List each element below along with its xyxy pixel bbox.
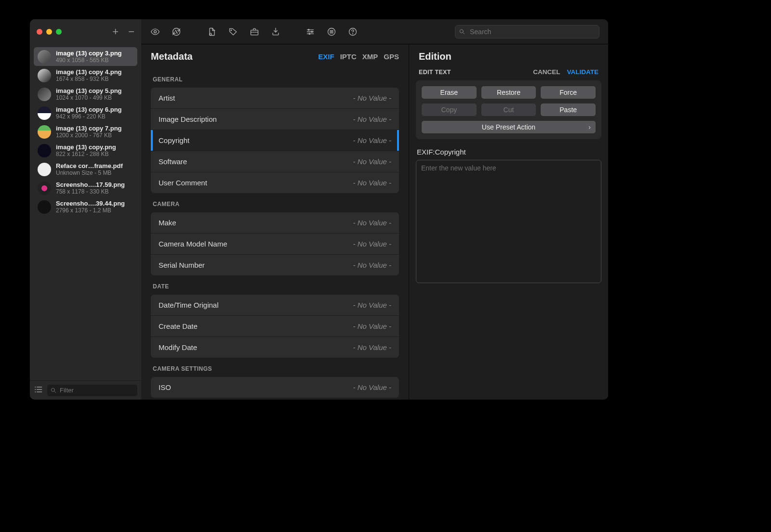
file-thumbnail <box>38 125 51 139</box>
row-value: - No Value - <box>353 383 391 391</box>
validate-button[interactable]: VALIDATE <box>567 68 599 76</box>
export-icon[interactable] <box>270 26 281 37</box>
list-view-icon[interactable] <box>34 385 43 396</box>
file-name: Reface cor…frame.pdf <box>56 162 123 169</box>
metadata-tabs: EXIF IPTC XMP GPS <box>318 52 399 61</box>
metadata-row-serial-number[interactable]: Serial Number- No Value - <box>151 255 399 275</box>
file-item[interactable]: Reface cor…frame.pdfUnknown Size - 5 MB <box>34 160 137 179</box>
metadata-row-camera-model[interactable]: Camera Model Name- No Value - <box>151 234 399 254</box>
file-item[interactable]: image (13) copy 5.png1024 x 1070 - 499 K… <box>34 85 137 104</box>
svg-rect-18 <box>251 30 258 35</box>
sidebar-footer <box>30 380 141 400</box>
restore-button[interactable]: Restore <box>481 86 536 99</box>
file-thumbnail <box>38 50 51 64</box>
filter-input[interactable] <box>47 385 137 396</box>
tab-xmp[interactable]: XMP <box>362 52 378 61</box>
force-button[interactable]: Force <box>541 86 596 99</box>
list-circle-icon[interactable] <box>326 26 337 37</box>
svg-point-5 <box>35 391 36 392</box>
metadata-row-user-comment[interactable]: User Comment- No Value - <box>151 172 399 193</box>
row-label: Artist <box>159 94 175 102</box>
file-dimensions: 942 x 996 - 220 KB <box>56 113 122 120</box>
tab-iptc[interactable]: IPTC <box>340 52 357 61</box>
help-icon[interactable] <box>347 26 358 37</box>
svg-point-3 <box>35 387 36 387</box>
row-value: - No Value - <box>353 157 391 166</box>
file-name: image (13) copy 3.png <box>56 50 122 57</box>
row-label: Make <box>159 219 176 227</box>
metadata-row-create-date[interactable]: Create Date- No Value - <box>151 316 399 337</box>
eye-icon[interactable] <box>150 26 160 37</box>
file-item[interactable]: image (13) copy 6.png942 x 996 - 220 KB <box>34 104 137 122</box>
search-icon <box>50 387 57 394</box>
row-label: Image Description <box>159 115 217 123</box>
file-item[interactable]: image (13) copy 4.png1674 x 858 - 932 KB <box>34 66 137 85</box>
remove-button[interactable]: − <box>128 26 134 37</box>
file-item[interactable]: Screensho….17.59.png758 x 1178 - 330 KB <box>34 179 137 197</box>
file-item[interactable]: image (13) copy 3.png 490 x 1058 - 565 K… <box>34 47 137 66</box>
file-name: Screensho….17.59.png <box>56 181 125 188</box>
file-dimensions: Unknown Size - 5 MB <box>56 169 123 176</box>
metadata-row-image-description[interactable]: Image Description- No Value - <box>151 109 399 130</box>
fullscreen-window-button[interactable] <box>56 29 62 35</box>
briefcase-icon[interactable] <box>249 26 260 37</box>
metadata-row-software[interactable]: Software- No Value - <box>151 151 399 172</box>
erase-button[interactable]: Erase <box>422 86 477 99</box>
file-item[interactable]: Screensho….39.44.png2796 x 1376 - 1,2 MB <box>34 197 137 216</box>
row-value: - No Value - <box>353 261 391 269</box>
filter-field <box>47 385 137 396</box>
row-label: Modify Date <box>159 343 197 351</box>
tab-gps[interactable]: GPS <box>384 52 399 61</box>
file-dimensions: 758 x 1178 - 330 KB <box>56 188 125 195</box>
metadata-row-modify-date[interactable]: Modify Date- No Value - <box>151 337 399 358</box>
main: Metadata EXIF IPTC XMP GPS GENERAL Artis… <box>141 19 608 400</box>
add-button[interactable]: + <box>112 26 119 37</box>
edition-title: Edition <box>419 51 452 62</box>
metadata-row-datetime-original[interactable]: Date/Time Original- No Value - <box>151 295 399 315</box>
use-preset-action-button[interactable]: Use Preset Action › <box>422 121 596 133</box>
section-header: CAMERA <box>151 193 399 212</box>
cancel-button[interactable]: CANCEL <box>533 68 560 76</box>
titlebar: + − <box>30 19 141 44</box>
field-label: EXIF:Copyright <box>409 146 608 160</box>
row-value: - No Value - <box>353 219 391 227</box>
sidebar: + − image (13) copy 3.png 490 x 1058 - 5… <box>30 19 141 400</box>
file-list: image (13) copy 3.png 490 x 1058 - 565 K… <box>30 44 141 380</box>
file-gear-icon[interactable] <box>207 26 217 37</box>
value-textarea[interactable] <box>416 160 601 283</box>
aperture-icon[interactable] <box>171 26 182 37</box>
file-dimensions: 822 x 1612 - 288 KB <box>56 151 116 157</box>
section-header: DATE <box>151 275 399 295</box>
search-input[interactable] <box>455 25 599 39</box>
metadata-scroll[interactable]: GENERAL Artist- No Value - Image Descrip… <box>141 68 409 400</box>
file-item[interactable]: image (13) copy.png822 x 1612 - 288 KB <box>34 141 137 160</box>
metadata-row-copyright[interactable]: Copyright- No Value - <box>151 130 399 151</box>
edit-text-label: EDIT TEXT <box>419 69 451 76</box>
row-value: - No Value - <box>353 94 391 102</box>
row-label: Serial Number <box>159 261 205 269</box>
chevron-right-icon: › <box>588 123 591 131</box>
row-label: Date/Time Original <box>159 301 218 309</box>
section-header: GENERAL <box>151 68 399 88</box>
file-thumbnail <box>38 144 51 157</box>
tag-icon[interactable] <box>228 26 239 37</box>
metadata-row-iso[interactable]: ISO- No Value - <box>151 377 399 398</box>
metadata-header: Metadata EXIF IPTC XMP GPS <box>141 44 409 68</box>
row-value: - No Value - <box>353 301 391 309</box>
file-dimensions: 2796 x 1376 - 1,2 MB <box>56 207 125 214</box>
file-thumbnail <box>38 88 51 101</box>
close-window-button[interactable] <box>37 29 42 35</box>
file-name: image (13) copy 4.png <box>56 68 122 76</box>
metadata-row-make[interactable]: Make- No Value - <box>151 212 399 233</box>
minimize-window-button[interactable] <box>46 29 52 35</box>
svg-point-31 <box>353 33 353 34</box>
paste-button[interactable]: Paste <box>541 104 596 116</box>
file-item[interactable]: image (13) copy 7.png1200 x 2000 - 767 K… <box>34 122 137 141</box>
metadata-row-artist[interactable]: Artist- No Value - <box>151 88 399 108</box>
tab-exif[interactable]: EXIF <box>318 52 334 61</box>
sliders-icon[interactable] <box>305 26 316 37</box>
file-thumbnail <box>38 200 51 214</box>
row-label: Software <box>159 157 187 166</box>
file-dimensions: 490 x 1058 - 565 KB <box>56 57 122 64</box>
row-value: - No Value - <box>353 115 391 123</box>
